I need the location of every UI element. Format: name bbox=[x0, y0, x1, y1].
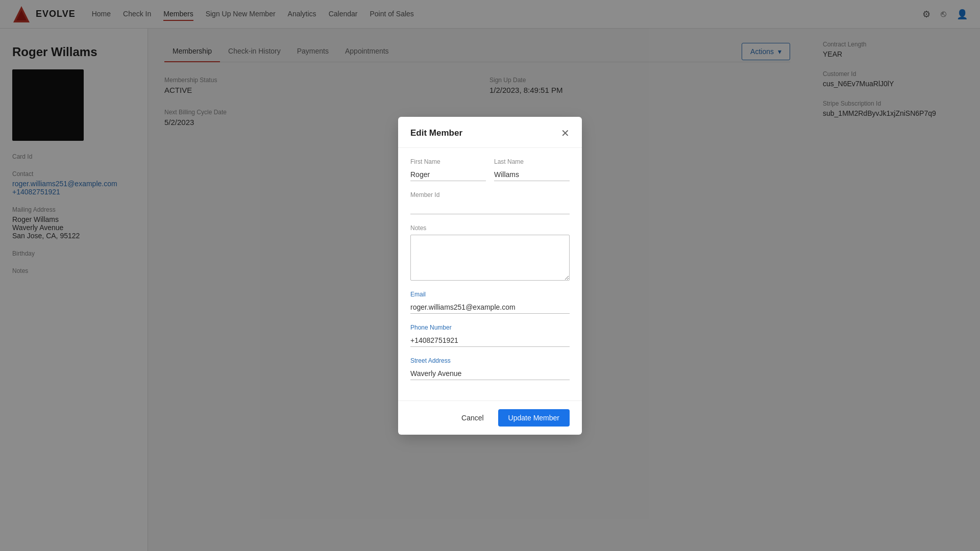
name-row: First Name Last Name bbox=[410, 158, 570, 181]
edit-member-modal: Edit Member ✕ First Name Last Name Membe… bbox=[398, 117, 582, 435]
email-input[interactable] bbox=[410, 301, 570, 314]
phone-input[interactable] bbox=[410, 334, 570, 347]
member-id-row: Member Id bbox=[410, 191, 570, 214]
modal-header: Edit Member ✕ bbox=[398, 117, 582, 148]
street-field: Street Address bbox=[410, 357, 570, 380]
email-label: Email bbox=[410, 291, 570, 298]
first-name-field: First Name bbox=[410, 158, 486, 181]
notes-textarea[interactable] bbox=[410, 235, 570, 281]
notes-row: Notes bbox=[410, 224, 570, 281]
email-field: Email bbox=[410, 291, 570, 314]
first-name-input[interactable] bbox=[410, 168, 486, 181]
modal-footer: Cancel Update Member bbox=[398, 400, 582, 435]
notes-field: Notes bbox=[410, 224, 570, 281]
member-id-label: Member Id bbox=[410, 191, 570, 198]
last-name-field: Last Name bbox=[494, 158, 570, 181]
modal-body: First Name Last Name Member Id Notes bbox=[398, 148, 582, 400]
member-id-input[interactable] bbox=[410, 202, 570, 214]
modal-overlay: Edit Member ✕ First Name Last Name Membe… bbox=[0, 0, 980, 551]
modal-close-button[interactable]: ✕ bbox=[561, 127, 570, 139]
street-label: Street Address bbox=[410, 357, 570, 364]
email-row: Email bbox=[410, 291, 570, 314]
first-name-label: First Name bbox=[410, 158, 486, 165]
update-member-button[interactable]: Update Member bbox=[498, 409, 570, 427]
phone-label: Phone Number bbox=[410, 324, 570, 331]
last-name-label: Last Name bbox=[494, 158, 570, 165]
last-name-input[interactable] bbox=[494, 168, 570, 181]
modal-title: Edit Member bbox=[410, 128, 462, 138]
phone-field: Phone Number bbox=[410, 324, 570, 347]
phone-row: Phone Number bbox=[410, 324, 570, 347]
street-input[interactable] bbox=[410, 367, 570, 380]
cancel-button[interactable]: Cancel bbox=[453, 409, 492, 427]
member-id-field: Member Id bbox=[410, 191, 570, 214]
notes-label: Notes bbox=[410, 224, 570, 232]
street-row: Street Address bbox=[410, 357, 570, 380]
